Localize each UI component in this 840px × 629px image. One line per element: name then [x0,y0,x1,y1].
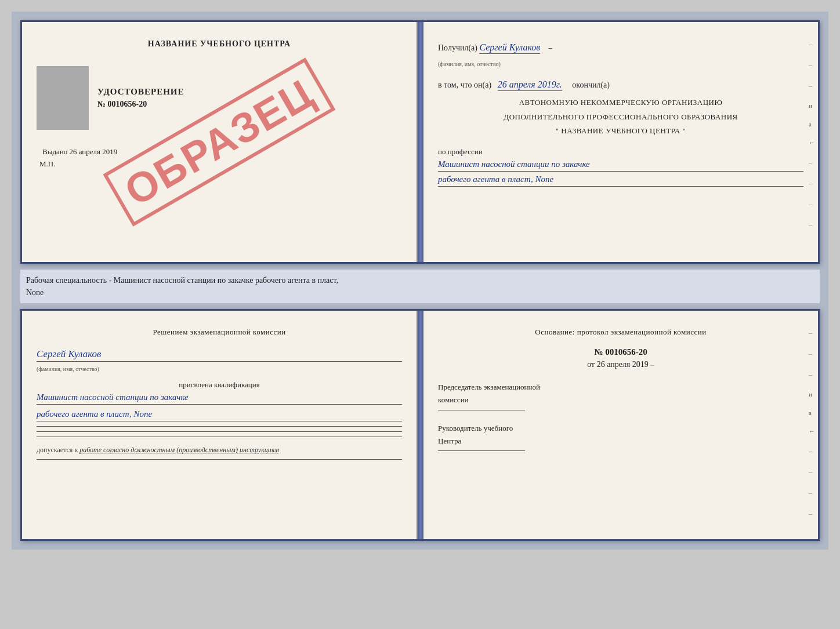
vydano-line: Выдано 26 апреля 2019 [42,147,117,157]
top-doc-left: НАЗВАНИЕ УЧЕБНОГО ЦЕНТРА УДОСТОВЕРЕНИЕ №… [22,22,418,262]
bottom-doc-left: Решением экзаменационной комиссии Сергей… [22,311,418,539]
predsedatel-signature-line [438,410,525,410]
mp-line: М.П. [39,159,55,169]
recipient-name: Сергей Кулаков [479,42,540,54]
po-professii-text: по профессии [438,147,483,156]
separator1 [37,426,402,427]
predsedatel-block: Председатель экзаменационной комиссии [438,381,803,410]
bottom-profession1: Машинист насосной станции по закачке [37,392,402,405]
doc-spine [418,22,423,262]
okonchil-label: окончил(а) [572,81,610,89]
top-doc-right: Получил(а) Сергей Кулаков – (фамилия, им… [423,22,818,262]
rukovoditel-label: Руководитель учебного [438,422,803,435]
profession-line1: Машинист насосной станции по закачке [438,159,803,172]
caption-text-line1: Рабочая специальность - Машинист насосно… [26,274,814,286]
komissii-label: комиссии [438,394,803,406]
rabota-text: работе согласно должностным (производств… [79,446,279,454]
top-document: НАЗВАНИЕ УЧЕБНОГО ЦЕНТРА УДОСТОВЕРЕНИЕ №… [20,20,820,264]
bottom-spine [418,311,423,539]
predsedatel-label: Председатель экзаменационной [438,381,803,394]
caption-block: Рабочая специальность - Машинист насосно… [20,270,820,303]
org-block: АВТОНОМНУЮ НЕКОММЕРЧЕСКУЮ ОРГАНИЗАЦИЮ ДО… [438,96,803,139]
bottom-doc-right: Основание: протокол экзаменационной коми… [423,311,818,539]
separator4 [37,459,402,460]
prisvoena-label: присвоена квалификация [37,380,402,390]
osnovaniye-label: Основание: протокол экзаменационной коми… [438,325,803,339]
org-line1: АВТОНОМНУЮ НЕКОММЕРЧЕСКУЮ ОРГАНИЗАЦИЮ [438,96,803,110]
ot-label: от [587,360,595,369]
bottom-profession2: рабочего агента в пласт, None [37,409,402,421]
centra-label: Центра [438,435,803,448]
udostoverenie-block: УДОСТОВЕРЕНИЕ № 0010656-20 [37,66,402,130]
ot-date-value: 26 апреля 2019 [597,360,649,369]
v-tom-chto-label: в том, что он(а) [438,81,491,89]
po-professii-label: по профессии Машинист насосной станции п… [438,147,803,187]
profession-line2: рабочего агента в пласт, None [438,174,803,187]
familiya-label: (фамилия, имя, отчество) [438,61,501,67]
bottom-right-side-marks: – – – и а ← – – – – [809,328,815,518]
top-left-center-title: НАЗВАНИЕ УЧЕБНОГО ЦЕНТРА [148,39,291,49]
udost-number: № 0010656-20 [97,100,184,109]
dopuskaetsya-block: допускается к работе согласно должностны… [37,446,402,455]
rukovoditel-block: Руководитель учебного Центра [438,422,803,451]
date-handwritten: 26 апреля 2019г. [498,79,562,91]
separator3 [37,437,402,437]
dopuskaetsya-label: допускается к [37,446,78,454]
caption-text-line2: None [26,286,814,299]
v-tom-chto-line: в том, что он(а) 26 апреля 2019г. окончи… [438,79,803,90]
separator2 [37,431,402,432]
udost-text-block: УДОСТОВЕРЕНИЕ № 0010656-20 [97,87,184,109]
org-line2: ДОПОЛНИТЕЛЬНОГО ПРОФЕССИОНАЛЬНОГО ОБРАЗО… [438,110,803,125]
protocol-number: № 0010656-20 [438,347,803,357]
bottom-title: Решением экзаменационной комиссии [37,325,402,340]
bottom-name: Сергей Кулаков [37,348,402,362]
org-line3: " НАЗВАНИЕ УЧЕБНОГО ЦЕНТРА " [438,124,803,139]
photo-placeholder [37,66,89,130]
page-container: НАЗВАНИЕ УЧЕБНОГО ЦЕНТРА УДОСТОВЕРЕНИЕ №… [12,12,828,550]
poluchil-label: Получил(а) [438,43,477,52]
bottom-familiya-label: (фамилия, имя, отчество) [37,366,99,372]
right-side-marks: – – – и а ← – – – – [809,39,815,230]
ot-date-line: от 26 апреля 2019 – [438,360,803,369]
poluchil-line: Получил(а) Сергей Кулаков – (фамилия, им… [438,39,803,71]
bottom-document: Решением экзаменационной комиссии Сергей… [20,309,820,541]
rukovoditel-signature-line [438,450,525,451]
udost-title: УДОСТОВЕРЕНИЕ [97,87,184,97]
